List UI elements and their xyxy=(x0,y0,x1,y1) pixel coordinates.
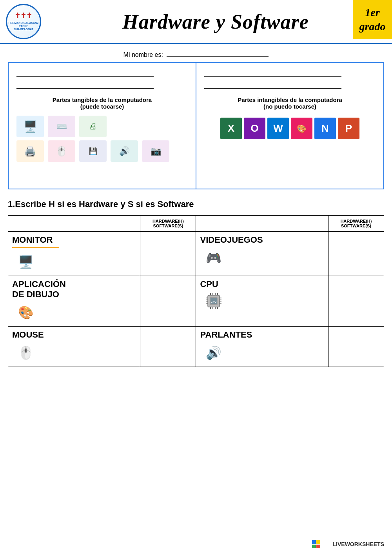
dibujo-image: 🎨 xyxy=(12,302,40,323)
blank-line-1 xyxy=(16,69,154,77)
excel-icon: X xyxy=(220,118,242,139)
cpu-cell: CPU CPU xyxy=(196,276,328,327)
col-right-item xyxy=(196,216,328,232)
top-content-box: Partes tangibles de la computadora(puede… xyxy=(8,62,384,189)
videojuegos-image: 🎮 xyxy=(200,247,227,269)
name-input-line xyxy=(167,56,269,57)
liveworksheets-logo xyxy=(312,540,330,548)
hw-table: HARDWARE(H)SOFTWARE(S) HARDWARE(H)SOFTWA… xyxy=(8,215,384,367)
dibujo-cell: APLICACIÓNDE DIBUJO 🎨 xyxy=(8,276,140,327)
title-area: Hardware y Software xyxy=(45,10,386,33)
videojuegos-label: VIDEOJUEGOS xyxy=(200,235,324,245)
blank-lines-right xyxy=(204,69,376,89)
webcam-icon: 📷 xyxy=(142,140,169,162)
sdcard-icon: 💾 xyxy=(79,140,107,162)
exercise-1-section: 1.Escribe H si es Hardware y S si es Sof… xyxy=(8,199,384,367)
software-title: Partes intangibles de la computadora(no … xyxy=(204,96,376,110)
hardware-row-1: 🖥️ ⌨️ 🖨 xyxy=(16,116,188,137)
cpu-image: CPU xyxy=(200,291,227,313)
name-section: Mi nombre es: xyxy=(0,44,392,62)
mouse-answer[interactable] xyxy=(140,327,196,367)
software-section: Partes intangibles de la computadora(no … xyxy=(196,63,383,189)
printer-icon: 🖨️ xyxy=(16,140,44,162)
svg-rect-23 xyxy=(316,545,320,548)
table-row: APLICACIÓNDE DIBUJO 🎨 CPU CPU xyxy=(8,276,384,327)
parlantes-image: 🔊 xyxy=(200,342,227,363)
exercise-1-title: 1.Escribe H si es Hardware y S si es Sof… xyxy=(8,199,384,209)
mouse-image: 🖱️ xyxy=(12,342,40,363)
footer: LIVEWORKSHEETS xyxy=(312,540,384,548)
parlantes-answer[interactable] xyxy=(328,327,384,367)
blank-line-2 xyxy=(16,81,154,89)
cpu-answer[interactable] xyxy=(328,276,384,327)
hardware-row-2: 🖨️ 🖱️ 💾 🔊 📷 xyxy=(16,140,188,162)
videojuegos-cell: VIDEOJUEGOS 🎮 xyxy=(196,232,328,276)
blank-lines-left xyxy=(16,69,188,89)
keyboard-icon: ⌨️ xyxy=(48,116,75,137)
svg-rect-21 xyxy=(316,540,320,544)
svg-rect-22 xyxy=(312,545,316,548)
blank-line-4 xyxy=(204,81,341,89)
grade-text: 1ergrado xyxy=(359,5,386,34)
col-left-item xyxy=(8,216,140,232)
svg-text:CPU: CPU xyxy=(211,300,217,303)
notepad-icon: N xyxy=(314,118,336,139)
page-header: ✝✝✝ HERMANO CALASANZ PADRE CHAMPAGNAT Ha… xyxy=(0,0,392,44)
svg-rect-20 xyxy=(312,540,316,544)
blank-line-3 xyxy=(204,69,341,77)
grade-badge: 1ergrado xyxy=(353,0,392,39)
paint-icon: 🎨 xyxy=(291,118,312,139)
dibujo-answer[interactable] xyxy=(140,276,196,327)
scanner-icon: 🖨 xyxy=(79,116,107,137)
mouse-cell: MOUSE 🖱️ xyxy=(8,327,140,367)
speaker-icon: 🔊 xyxy=(111,140,138,162)
videojuegos-answer[interactable] xyxy=(328,232,384,276)
monitor-label: MONITOR xyxy=(12,235,136,245)
mouse-icon: 🖱️ xyxy=(48,140,75,162)
col-right-answer-header: HARDWARE(H)SOFTWARE(S) xyxy=(328,216,384,232)
table-row: MOUSE 🖱️ PARLANTES 🔊 xyxy=(8,327,384,367)
software-images: X O W 🎨 N P xyxy=(204,118,376,139)
monitor-image: 🖥️ xyxy=(12,251,40,272)
monitor-underline xyxy=(12,247,59,248)
hardware-images: 🖥️ ⌨️ 🖨 🖨️ 🖱️ 💾 🔊 📷 xyxy=(16,116,188,162)
page-title: Hardware y Software xyxy=(122,11,309,33)
monitor-icon: 🖥️ xyxy=(16,116,44,137)
cpu-label: CPU xyxy=(200,279,324,289)
hardware-title: Partes tangibles de la computadora(puede… xyxy=(16,96,188,110)
liveworksheets-logo-svg xyxy=(312,540,330,548)
name-label: Mi nombre es: xyxy=(123,51,165,58)
powerpoint-icon: P xyxy=(338,118,359,139)
outlook-icon: W xyxy=(267,118,289,139)
monitor-cell: MONITOR 🖥️ xyxy=(8,232,140,276)
cpu-svg: CPU xyxy=(202,291,225,313)
table-header-row: HARDWARE(H)SOFTWARE(S) HARDWARE(H)SOFTWA… xyxy=(8,216,384,232)
parlantes-label: PARLANTES xyxy=(200,330,324,340)
parlantes-cell: PARLANTES 🔊 xyxy=(196,327,328,367)
liveworksheets-text: LIVEWORKSHEETS xyxy=(333,541,384,547)
mouse-label: MOUSE xyxy=(12,330,136,340)
dibujo-label: APLICACIÓNDE DIBUJO xyxy=(12,279,136,300)
monitor-answer[interactable] xyxy=(140,232,196,276)
school-logo: ✝✝✝ HERMANO CALASANZ PADRE CHAMPAGNAT xyxy=(6,4,45,39)
onenote-icon: O xyxy=(244,118,265,139)
table-row: MONITOR 🖥️ VIDEOJUEGOS 🎮 xyxy=(8,232,384,276)
col-left-answer-header: HARDWARE(H)SOFTWARE(S) xyxy=(140,216,196,232)
hardware-section: Partes tangibles de la computadora(puede… xyxy=(9,63,196,189)
